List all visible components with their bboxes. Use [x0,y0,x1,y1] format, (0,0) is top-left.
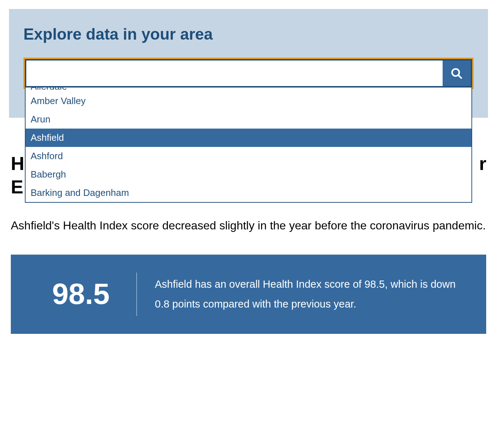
score-panel: 98.5 Ashfield has an overall Health Inde… [11,255,486,334]
area-dropdown: Allerdale Amber Valley Arun Ashfield Ash… [25,88,472,203]
search-panel-title: Explore data in your area [23,25,474,43]
area-search-input[interactable] [26,61,443,86]
score-description: Ashfield has an overall Health Index sco… [155,273,468,316]
dropdown-item[interactable]: Babergh [26,165,471,184]
dropdown-item-label: Arun [31,114,50,125]
search-icon [451,67,463,80]
summary-text: Ashfield's Health Index score decreased … [11,217,486,235]
score-value: 98.5 [29,273,137,316]
dropdown-item-label: Babergh [31,169,66,180]
heading-line1-visible-left: H [11,152,24,175]
search-panel: Explore data in your area Allerdale Ambe… [9,9,488,118]
dropdown-item[interactable]: Arun [26,110,471,129]
search-button[interactable] [443,61,471,86]
dropdown-item-label: Allerdale [31,88,67,91]
dropdown-item-label: Barking and Dagenham [31,187,129,198]
heading-line2-visible-left: E [11,175,23,199]
dropdown-item-selected[interactable]: Ashfield [26,129,471,147]
dropdown-item-label: Ashford [31,151,63,161]
dropdown-item[interactable]: Amber Valley [26,92,471,110]
dropdown-item-cut[interactable]: Allerdale [26,88,471,92]
heading-line1-visible-right: r [479,152,486,175]
dropdown-item-label: Ashfield [31,132,64,143]
svg-line-1 [458,75,461,78]
search-focus-ring: Allerdale Amber Valley Arun Ashfield Ash… [23,58,474,89]
search-box [25,59,472,88]
dropdown-item-label: Amber Valley [31,95,86,106]
dropdown-item[interactable]: Ashford [26,147,471,165]
dropdown-item[interactable]: Barking and Dagenham [26,184,471,202]
